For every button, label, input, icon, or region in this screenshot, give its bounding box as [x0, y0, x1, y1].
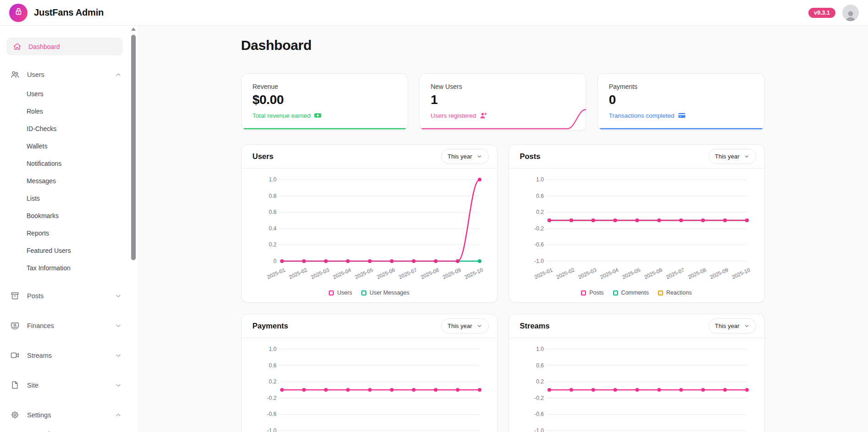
legend-item-posts: Posts	[581, 290, 603, 296]
chart-period-label: This year	[715, 323, 739, 329]
sidebar-item-general[interactable]: General	[0, 426, 138, 432]
svg-text:2025-05: 2025-05	[354, 267, 373, 280]
posts-chart: 1.00.60.2-0.2-0.6-1.02025-012025-022025-…	[520, 171, 754, 290]
sidebar-item-wallets[interactable]: Wallets	[0, 137, 138, 155]
svg-text:1.0: 1.0	[536, 176, 544, 183]
svg-text:0.4: 0.4	[269, 225, 276, 232]
gear-icon	[10, 410, 20, 420]
version-badge: v9.3.1	[808, 8, 835, 18]
stat-card-value: $0.00	[253, 93, 397, 107]
legend-item-users: Users	[329, 290, 352, 296]
sidebar-item-bookmarks[interactable]: Bookmarks	[0, 207, 138, 224]
chart-card-header: PaymentsThis year	[242, 314, 497, 338]
sidebar-item-users[interactable]: Users	[0, 64, 138, 85]
chart-body: 1.00.80.60.40.202025-012025-022025-03202…	[242, 169, 497, 290]
svg-text:-0.2: -0.2	[534, 395, 544, 401]
users-chart-card: UsersThis year1.00.80.60.40.202025-01202…	[241, 144, 498, 303]
home-icon	[13, 42, 22, 51]
legend-label: Comments	[621, 290, 649, 296]
chevron-down-icon	[744, 323, 750, 329]
video-camera-icon	[10, 350, 20, 360]
chart-period-select-payments[interactable]: This year	[441, 318, 488, 334]
banknotes-icon	[314, 111, 322, 120]
svg-text:2025-03: 2025-03	[310, 267, 330, 280]
stat-card-footer: Users registered	[431, 111, 575, 120]
legend-label: Reactions	[666, 290, 692, 296]
sidebar-item-lists[interactable]: Lists	[0, 190, 138, 207]
sidebar-item-label: Streams	[27, 352, 52, 359]
chevron-down-icon	[476, 153, 482, 159]
svg-text:1.0: 1.0	[536, 346, 544, 352]
sidebar-item-id-checks[interactable]: ID-Checks	[0, 120, 138, 137]
sidebar: DashboardUsersUsersRolesID-ChecksWallets…	[0, 26, 138, 432]
chart-legend: PostsCommentsReactions	[509, 290, 764, 302]
sidebar-item-featured-users[interactable]: Featured Users	[0, 242, 138, 259]
lock-icon	[14, 7, 23, 18]
chevron-up-icon	[115, 71, 122, 78]
svg-text:2025-08: 2025-08	[420, 267, 439, 280]
sidebar-item-dashboard[interactable]: Dashboard	[6, 38, 123, 55]
sidebar-item-users[interactable]: Users	[0, 85, 138, 103]
scrollbar-up-arrow[interactable]	[131, 27, 136, 31]
sidebar-item-messages[interactable]: Messages	[0, 172, 138, 190]
legend-swatch	[658, 290, 663, 295]
stat-card-value: 1	[431, 93, 575, 107]
sidebar-item-tax-information[interactable]: Tax Information	[0, 259, 138, 277]
legend-swatch	[361, 290, 366, 295]
posts-chart-card: PostsThis year1.00.60.2-0.2-0.6-1.02025-…	[509, 144, 765, 303]
svg-text:2025-01: 2025-01	[533, 267, 553, 280]
payments-chart-card: PaymentsThis year1.00.60.2-0.2-0.6-1.020…	[241, 314, 498, 432]
svg-text:-0.6: -0.6	[534, 411, 544, 417]
svg-text:1.0: 1.0	[269, 176, 276, 183]
sidebar-item-label: Posts	[27, 292, 44, 300]
sidebar-scrollbar[interactable]	[131, 27, 136, 431]
svg-text:-1.0: -1.0	[267, 427, 276, 432]
svg-text:2025-08: 2025-08	[687, 267, 707, 280]
sidebar-item-posts[interactable]: Posts	[0, 285, 138, 306]
brand: JustFans Admin	[9, 4, 104, 22]
chart-body: 1.00.60.2-0.2-0.6-1.02025-012025-022025-…	[509, 169, 764, 290]
chart-period-select-streams[interactable]: This year	[708, 318, 756, 334]
chart-period-select-users[interactable]: This year	[441, 149, 488, 164]
sidebar-item-settings[interactable]: Settings	[0, 404, 138, 426]
legend-swatch	[581, 290, 586, 295]
sidebar-item-label: Site	[27, 382, 39, 389]
svg-text:2025-09: 2025-09	[709, 267, 729, 280]
sidebar-item-label: Settings	[27, 411, 51, 419]
svg-text:2025-10: 2025-10	[731, 267, 751, 280]
credit-card-icon	[678, 111, 686, 120]
svg-text:2025-07: 2025-07	[398, 267, 417, 280]
app-header: JustFans Admin v9.3.1	[0, 0, 868, 26]
legend-swatch	[613, 290, 618, 295]
app-title: JustFans Admin	[34, 7, 104, 18]
sidebar-item-streams[interactable]: Streams	[0, 345, 138, 366]
chart-period-select-posts[interactable]: This year	[708, 149, 756, 164]
svg-text:2025-05: 2025-05	[621, 267, 641, 280]
sidebar-item-roles[interactable]: Roles	[0, 103, 138, 120]
legend-swatch	[329, 290, 334, 295]
stat-card-new-users: New Users1Users registered	[419, 73, 586, 131]
streams-chart: 1.00.60.2-0.2-0.6-1.02025-012025-022025-…	[520, 341, 754, 432]
svg-text:2025-06: 2025-06	[643, 267, 663, 280]
legend-item-reactions: Reactions	[658, 290, 692, 296]
legend-item-comments: Comments	[613, 290, 649, 296]
chart-period-label: This year	[448, 153, 472, 160]
sidebar-item-notifications[interactable]: Notifications	[0, 155, 138, 172]
sidebar-item-reports[interactable]: Reports	[0, 224, 138, 242]
legend-item-user-messages: User Messages	[361, 290, 409, 296]
chevron-down-icon	[744, 153, 750, 159]
stat-card-footer-text: Transactions completed	[609, 112, 674, 119]
svg-text:-0.6: -0.6	[267, 411, 276, 417]
user-avatar[interactable]	[842, 5, 859, 21]
chart-title: Payments	[253, 322, 288, 330]
stat-card-value: 0	[609, 93, 753, 107]
legend-label: Posts	[589, 290, 603, 296]
stat-card-payments: Payments0Transactions completed	[597, 73, 765, 131]
scrollbar-thumb[interactable]	[131, 35, 136, 260]
stat-card-footer: Total revenue earned	[253, 111, 397, 120]
sidebar-item-site[interactable]: Site	[0, 374, 138, 396]
sidebar-item-finances[interactable]: Finances	[0, 315, 138, 336]
svg-text:2025-02: 2025-02	[288, 267, 308, 280]
payments-chart: 1.00.60.2-0.2-0.6-1.02025-012025-022025-…	[253, 341, 487, 432]
app-logo	[9, 4, 28, 22]
